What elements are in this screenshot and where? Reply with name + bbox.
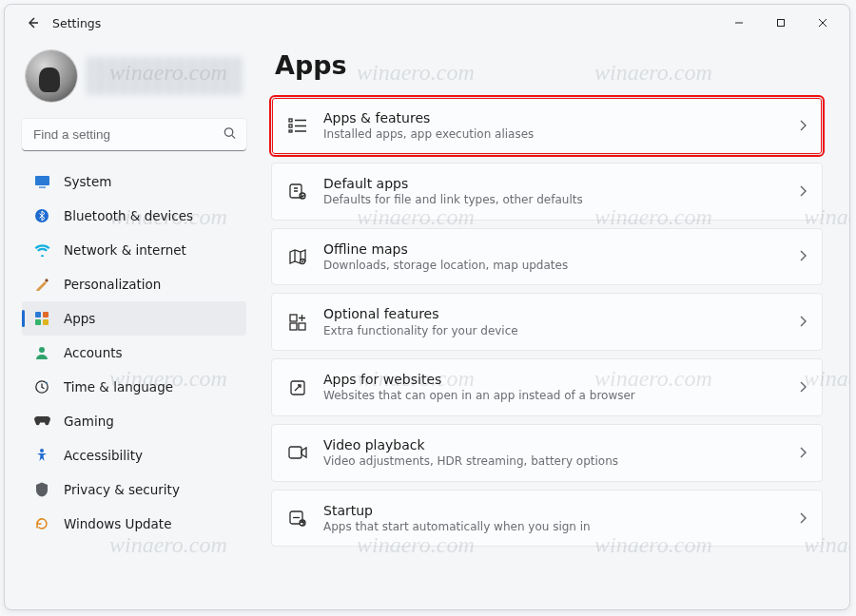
grid-plus-icon [287, 312, 308, 333]
sidebar-item-label: System [64, 174, 111, 189]
svg-point-1 [224, 128, 232, 136]
bluetooth-icon [33, 207, 50, 224]
window-title: Settings [52, 16, 101, 30]
sidebar-item-label: Gaming [64, 414, 114, 429]
titlebar: Settings [5, 5, 849, 41]
svg-point-10 [39, 347, 45, 353]
svg-rect-8 [35, 319, 41, 325]
sidebar-item-label: Accessibility [64, 448, 143, 463]
card-sub: Apps that start automatically when you s… [323, 520, 784, 535]
sidebar-item-accounts[interactable]: Accounts [22, 336, 246, 370]
map-icon [287, 246, 308, 267]
sidebar-item-gaming[interactable]: Gaming [22, 404, 246, 438]
svg-rect-13 [289, 119, 292, 122]
svg-rect-3 [39, 187, 46, 188]
video-icon [287, 442, 308, 463]
shield-icon [33, 481, 50, 498]
search-icon [223, 126, 237, 144]
clock-icon [33, 378, 50, 395]
chevron-right-icon [799, 117, 807, 135]
card-sub: Defaults for file and link types, other … [323, 193, 784, 208]
sidebar-item-apps[interactable]: Apps [22, 301, 246, 336]
sidebar-nav: System Bluetooth & devices Network & int… [22, 164, 246, 541]
card-title: Default apps [323, 175, 784, 192]
search-input[interactable] [22, 119, 246, 151]
svg-rect-9 [43, 319, 49, 325]
maximize-icon [776, 18, 786, 28]
sidebar-item-system[interactable]: System [22, 164, 246, 199]
search-wrap [22, 119, 246, 151]
card-video-playback[interactable]: Video playback Video adjustments, HDR st… [271, 424, 823, 482]
avatar [26, 50, 77, 102]
list-icon [287, 115, 308, 136]
maximize-button[interactable] [760, 9, 802, 37]
apps-icon [33, 310, 50, 327]
settings-window: Settings [4, 4, 850, 610]
close-icon [818, 18, 827, 28]
card-startup[interactable]: Startup Apps that start automatically wh… [271, 490, 823, 548]
user-block[interactable] [22, 48, 246, 111]
back-arrow-icon [25, 15, 40, 30]
back-button[interactable] [18, 9, 47, 37]
brush-icon [33, 276, 50, 293]
svg-rect-0 [778, 20, 785, 27]
system-icon [33, 173, 50, 190]
svg-point-12 [40, 449, 44, 452]
defaults-icon [287, 181, 308, 202]
card-title: Optional features [323, 305, 784, 322]
card-sub: Downloads, storage location, map updates [323, 259, 784, 274]
card-title: Offline maps [323, 241, 784, 258]
sidebar: System Bluetooth & devices Network & int… [5, 41, 254, 609]
sidebar-item-update[interactable]: Windows Update [22, 507, 246, 541]
sidebar-item-label: Bluetooth & devices [64, 208, 193, 223]
svg-rect-5 [45, 279, 49, 282]
sidebar-item-label: Personalization [64, 277, 161, 292]
sidebar-item-privacy[interactable]: Privacy & security [22, 472, 246, 507]
card-apps-features[interactable]: Apps & features Installed apps, app exec… [271, 97, 823, 155]
card-apps-for-websites[interactable]: Apps for websites Websites that can open… [271, 358, 823, 416]
svg-rect-2 [35, 176, 49, 185]
gamepad-icon [33, 413, 50, 430]
user-name-redacted [87, 57, 243, 95]
card-optional-features[interactable]: Optional features Extra functionality fo… [271, 293, 823, 351]
update-icon [33, 515, 50, 532]
sidebar-item-label: Time & language [64, 379, 173, 395]
main-panel: Apps Apps & features Installed apps, app… [254, 41, 849, 609]
sidebar-item-personalization[interactable]: Personalization [22, 267, 246, 301]
sidebar-item-label: Accounts [64, 345, 123, 360]
sidebar-item-label: Windows Update [64, 516, 171, 531]
close-button[interactable] [802, 9, 844, 37]
chevron-right-icon [799, 444, 807, 462]
content-area: System Bluetooth & devices Network & int… [5, 41, 849, 609]
person-icon [33, 344, 50, 361]
chevron-right-icon [799, 247, 807, 265]
card-sub: Installed apps, app execution aliases [323, 127, 784, 143]
chevron-right-icon [799, 183, 807, 201]
svg-point-17 [300, 193, 305, 199]
sidebar-item-accessibility[interactable]: Accessibility [22, 438, 246, 472]
svg-rect-6 [35, 312, 41, 318]
card-sub: Extra functionality for your device [323, 324, 784, 339]
card-title: Apps & features [323, 109, 784, 126]
sidebar-item-label: Apps [64, 311, 95, 326]
card-sub: Video adjustments, HDR streaming, batter… [323, 454, 784, 470]
card-offline-maps[interactable]: Offline maps Downloads, storage location… [271, 228, 823, 286]
chevron-right-icon [799, 313, 807, 331]
minimize-icon [734, 18, 744, 28]
sidebar-item-network[interactable]: Network & internet [22, 233, 246, 267]
card-default-apps[interactable]: Default apps Defaults for file and link … [271, 163, 823, 221]
wifi-icon [33, 241, 50, 259]
svg-rect-23 [289, 447, 302, 458]
svg-rect-14 [289, 125, 292, 127]
sidebar-item-time[interactable]: Time & language [22, 370, 246, 404]
weblink-icon [287, 377, 308, 398]
svg-rect-15 [289, 130, 292, 132]
svg-rect-19 [290, 315, 297, 321]
svg-rect-21 [290, 323, 297, 330]
sidebar-item-bluetooth[interactable]: Bluetooth & devices [22, 199, 246, 233]
sidebar-item-label: Network & internet [64, 242, 186, 258]
minimize-button[interactable] [718, 9, 760, 37]
startup-icon [287, 508, 308, 529]
accessibility-icon [33, 447, 50, 464]
card-sub: Websites that can open in an app instead… [323, 389, 784, 404]
